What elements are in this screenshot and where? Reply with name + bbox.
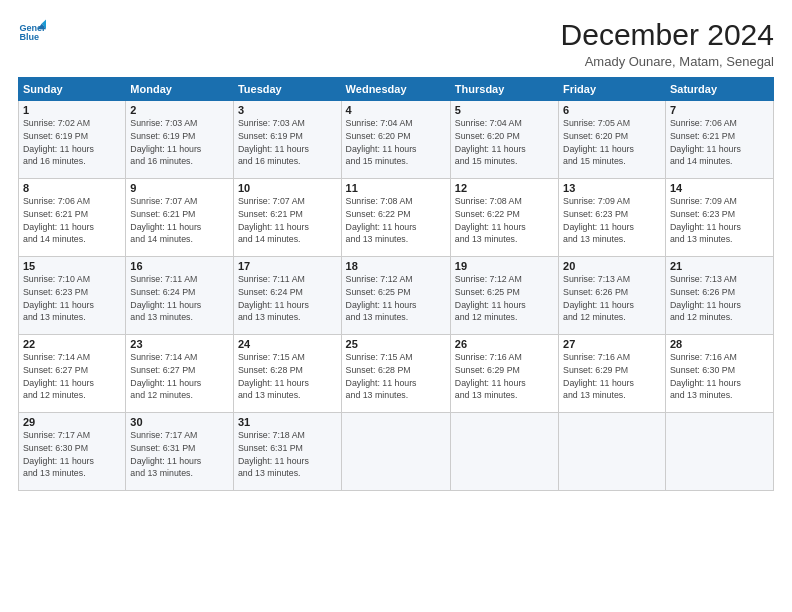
col-saturday: Saturday <box>665 78 773 101</box>
calendar-cell: 18Sunrise: 7:12 AM Sunset: 6:25 PM Dayli… <box>341 257 450 335</box>
calendar-cell: 17Sunrise: 7:11 AM Sunset: 6:24 PM Dayli… <box>233 257 341 335</box>
calendar: Sunday Monday Tuesday Wednesday Thursday… <box>18 77 774 491</box>
day-number: 24 <box>238 338 337 350</box>
day-number: 19 <box>455 260 554 272</box>
col-wednesday: Wednesday <box>341 78 450 101</box>
subtitle: Amady Ounare, Matam, Senegal <box>561 54 774 69</box>
day-info: Sunrise: 7:09 AM Sunset: 6:23 PM Dayligh… <box>563 195 661 246</box>
calendar-cell <box>450 413 558 491</box>
calendar-cell: 21Sunrise: 7:13 AM Sunset: 6:26 PM Dayli… <box>665 257 773 335</box>
calendar-cell: 3Sunrise: 7:03 AM Sunset: 6:19 PM Daylig… <box>233 101 341 179</box>
day-info: Sunrise: 7:15 AM Sunset: 6:28 PM Dayligh… <box>238 351 337 402</box>
calendar-cell: 5Sunrise: 7:04 AM Sunset: 6:20 PM Daylig… <box>450 101 558 179</box>
logo: General Blue <box>18 18 46 46</box>
calendar-cell: 14Sunrise: 7:09 AM Sunset: 6:23 PM Dayli… <box>665 179 773 257</box>
day-number: 17 <box>238 260 337 272</box>
day-number: 22 <box>23 338 121 350</box>
calendar-cell: 16Sunrise: 7:11 AM Sunset: 6:24 PM Dayli… <box>126 257 234 335</box>
week-row-0: 1Sunrise: 7:02 AM Sunset: 6:19 PM Daylig… <box>19 101 774 179</box>
day-info: Sunrise: 7:16 AM Sunset: 6:29 PM Dayligh… <box>455 351 554 402</box>
main-title: December 2024 <box>561 18 774 52</box>
calendar-cell <box>341 413 450 491</box>
day-number: 6 <box>563 104 661 116</box>
day-number: 3 <box>238 104 337 116</box>
week-row-1: 8Sunrise: 7:06 AM Sunset: 6:21 PM Daylig… <box>19 179 774 257</box>
calendar-cell: 7Sunrise: 7:06 AM Sunset: 6:21 PM Daylig… <box>665 101 773 179</box>
calendar-cell: 1Sunrise: 7:02 AM Sunset: 6:19 PM Daylig… <box>19 101 126 179</box>
day-number: 20 <box>563 260 661 272</box>
calendar-cell: 12Sunrise: 7:08 AM Sunset: 6:22 PM Dayli… <box>450 179 558 257</box>
calendar-cell: 22Sunrise: 7:14 AM Sunset: 6:27 PM Dayli… <box>19 335 126 413</box>
day-info: Sunrise: 7:16 AM Sunset: 6:30 PM Dayligh… <box>670 351 769 402</box>
day-number: 29 <box>23 416 121 428</box>
day-info: Sunrise: 7:13 AM Sunset: 6:26 PM Dayligh… <box>670 273 769 324</box>
day-number: 28 <box>670 338 769 350</box>
calendar-cell: 31Sunrise: 7:18 AM Sunset: 6:31 PM Dayli… <box>233 413 341 491</box>
day-number: 15 <box>23 260 121 272</box>
day-number: 8 <box>23 182 121 194</box>
day-number: 25 <box>346 338 446 350</box>
day-number: 10 <box>238 182 337 194</box>
day-info: Sunrise: 7:14 AM Sunset: 6:27 PM Dayligh… <box>23 351 121 402</box>
header-row: Sunday Monday Tuesday Wednesday Thursday… <box>19 78 774 101</box>
week-row-3: 22Sunrise: 7:14 AM Sunset: 6:27 PM Dayli… <box>19 335 774 413</box>
day-info: Sunrise: 7:04 AM Sunset: 6:20 PM Dayligh… <box>455 117 554 168</box>
day-number: 21 <box>670 260 769 272</box>
day-info: Sunrise: 7:07 AM Sunset: 6:21 PM Dayligh… <box>130 195 229 246</box>
day-info: Sunrise: 7:10 AM Sunset: 6:23 PM Dayligh… <box>23 273 121 324</box>
calendar-cell: 23Sunrise: 7:14 AM Sunset: 6:27 PM Dayli… <box>126 335 234 413</box>
day-info: Sunrise: 7:08 AM Sunset: 6:22 PM Dayligh… <box>455 195 554 246</box>
day-number: 31 <box>238 416 337 428</box>
calendar-cell: 26Sunrise: 7:16 AM Sunset: 6:29 PM Dayli… <box>450 335 558 413</box>
day-number: 27 <box>563 338 661 350</box>
calendar-cell: 20Sunrise: 7:13 AM Sunset: 6:26 PM Dayli… <box>559 257 666 335</box>
day-number: 14 <box>670 182 769 194</box>
day-info: Sunrise: 7:07 AM Sunset: 6:21 PM Dayligh… <box>238 195 337 246</box>
calendar-cell: 10Sunrise: 7:07 AM Sunset: 6:21 PM Dayli… <box>233 179 341 257</box>
day-number: 30 <box>130 416 229 428</box>
day-info: Sunrise: 7:14 AM Sunset: 6:27 PM Dayligh… <box>130 351 229 402</box>
day-number: 5 <box>455 104 554 116</box>
col-thursday: Thursday <box>450 78 558 101</box>
calendar-cell <box>665 413 773 491</box>
day-number: 13 <box>563 182 661 194</box>
calendar-cell: 30Sunrise: 7:17 AM Sunset: 6:31 PM Dayli… <box>126 413 234 491</box>
day-info: Sunrise: 7:04 AM Sunset: 6:20 PM Dayligh… <box>346 117 446 168</box>
week-row-4: 29Sunrise: 7:17 AM Sunset: 6:30 PM Dayli… <box>19 413 774 491</box>
header: General Blue December 2024 Amady Ounare,… <box>18 18 774 69</box>
calendar-cell <box>559 413 666 491</box>
day-info: Sunrise: 7:12 AM Sunset: 6:25 PM Dayligh… <box>455 273 554 324</box>
week-row-2: 15Sunrise: 7:10 AM Sunset: 6:23 PM Dayli… <box>19 257 774 335</box>
calendar-cell: 15Sunrise: 7:10 AM Sunset: 6:23 PM Dayli… <box>19 257 126 335</box>
calendar-cell: 9Sunrise: 7:07 AM Sunset: 6:21 PM Daylig… <box>126 179 234 257</box>
day-number: 12 <box>455 182 554 194</box>
day-number: 1 <box>23 104 121 116</box>
col-tuesday: Tuesday <box>233 78 341 101</box>
day-info: Sunrise: 7:18 AM Sunset: 6:31 PM Dayligh… <box>238 429 337 480</box>
calendar-cell: 27Sunrise: 7:16 AM Sunset: 6:29 PM Dayli… <box>559 335 666 413</box>
day-number: 16 <box>130 260 229 272</box>
day-info: Sunrise: 7:12 AM Sunset: 6:25 PM Dayligh… <box>346 273 446 324</box>
day-info: Sunrise: 7:06 AM Sunset: 6:21 PM Dayligh… <box>670 117 769 168</box>
day-info: Sunrise: 7:17 AM Sunset: 6:31 PM Dayligh… <box>130 429 229 480</box>
day-number: 2 <box>130 104 229 116</box>
day-info: Sunrise: 7:09 AM Sunset: 6:23 PM Dayligh… <box>670 195 769 246</box>
day-number: 18 <box>346 260 446 272</box>
day-info: Sunrise: 7:11 AM Sunset: 6:24 PM Dayligh… <box>238 273 337 324</box>
calendar-header: Sunday Monday Tuesday Wednesday Thursday… <box>19 78 774 101</box>
day-number: 9 <box>130 182 229 194</box>
col-sunday: Sunday <box>19 78 126 101</box>
calendar-cell: 6Sunrise: 7:05 AM Sunset: 6:20 PM Daylig… <box>559 101 666 179</box>
col-friday: Friday <box>559 78 666 101</box>
day-info: Sunrise: 7:03 AM Sunset: 6:19 PM Dayligh… <box>130 117 229 168</box>
day-info: Sunrise: 7:06 AM Sunset: 6:21 PM Dayligh… <box>23 195 121 246</box>
day-number: 26 <box>455 338 554 350</box>
day-number: 23 <box>130 338 229 350</box>
page: General Blue December 2024 Amady Ounare,… <box>0 0 792 612</box>
day-info: Sunrise: 7:16 AM Sunset: 6:29 PM Dayligh… <box>563 351 661 402</box>
day-info: Sunrise: 7:03 AM Sunset: 6:19 PM Dayligh… <box>238 117 337 168</box>
day-info: Sunrise: 7:13 AM Sunset: 6:26 PM Dayligh… <box>563 273 661 324</box>
calendar-cell: 11Sunrise: 7:08 AM Sunset: 6:22 PM Dayli… <box>341 179 450 257</box>
day-number: 4 <box>346 104 446 116</box>
calendar-cell: 25Sunrise: 7:15 AM Sunset: 6:28 PM Dayli… <box>341 335 450 413</box>
